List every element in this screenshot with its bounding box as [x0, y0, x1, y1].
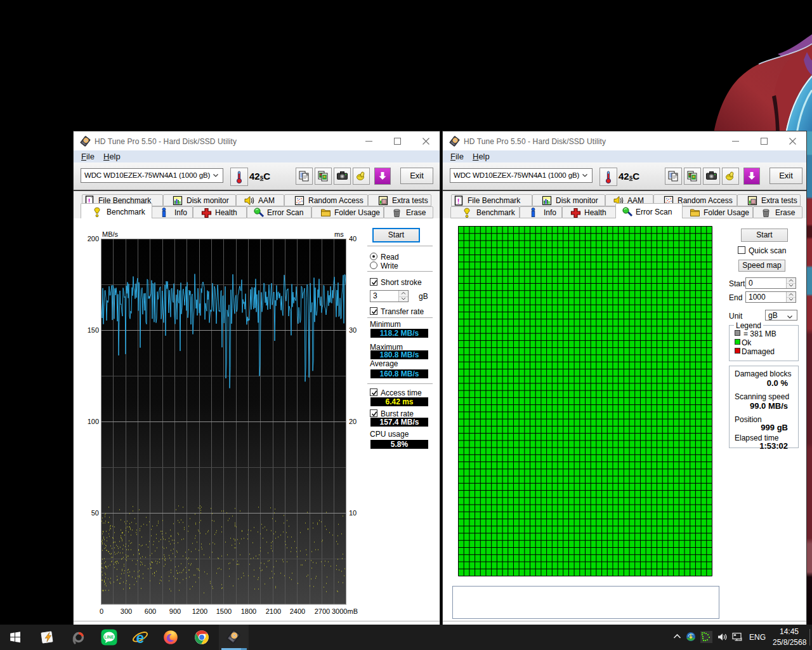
- svg-text:!: !: [457, 197, 460, 205]
- svg-text:e: e: [136, 630, 145, 646]
- svg-text:LINE: LINE: [105, 635, 114, 639]
